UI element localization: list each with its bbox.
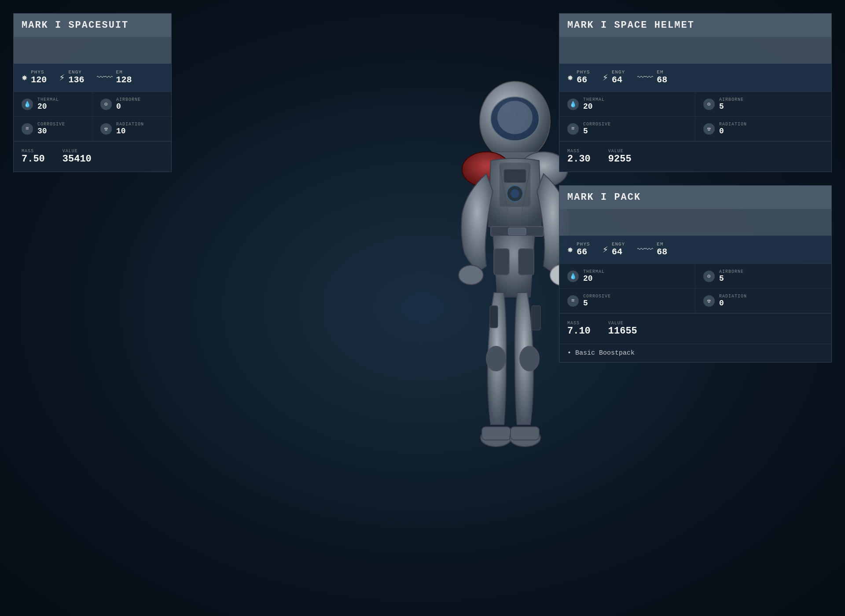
spacesuit-em-stat: 〰〰 EM 128 [97,70,132,85]
pack-secondary-stats: 💧 THERMAL 20 ⊖ AIRBORNE 5 ≡ [559,264,831,313]
right-panel: MARK I SPACE HELMET ✸ PHYS 66 ⚡ ENGY 64 [559,13,832,363]
spacesuit-mass: MASS 7.50 [22,149,45,165]
helmet-engy-stat: ⚡ ENGY 64 [603,70,625,85]
spacesuit-mass-value: MASS 7.50 VALUE 35410 [14,141,171,172]
pack-mass-value: MASS 7.10 VALUE 11655 [559,313,831,344]
helmet-secondary-stats: 💧 THERMAL 20 ⊖ AIRBORNE 5 ≡ [559,92,831,141]
spacesuit-primary-stats: ✸ PHYS 120 ⚡ ENGY 136 〰〰 EM [14,63,171,92]
engy-icon: ⚡ [59,72,65,84]
helmet-title: MARK I SPACE HELMET [559,14,831,37]
pack-image [559,209,831,235]
svg-rect-20 [482,427,511,440]
helmet-airborne-icon: ⊖ [703,99,715,110]
pack-phys-stat: ✸ PHYS 66 [567,242,590,257]
svg-point-11 [459,265,483,285]
spacesuit-engy-stat: ⚡ ENGY 136 [59,70,84,85]
svg-rect-22 [511,427,539,440]
spacesuit-radiation: ☢ RADIATION 10 [92,117,171,141]
radiation-icon: ☢ [100,123,112,135]
pack-primary-stats: ✸ PHYS 66 ⚡ ENGY 64 〰〰 EM [559,235,831,264]
pack-title: MARK I PACK [559,186,831,209]
thermal-icon: 💧 [22,99,33,110]
svg-point-17 [486,346,506,371]
pack-em-stat: 〰〰 EM 68 [637,242,667,257]
helmet-airborne: ⊖ AIRBORNE 5 [695,92,831,117]
svg-point-2 [497,101,533,134]
main-container: MARK I SPACESUIT ✸ PHYS 120 ⚡ ENGY 136 [0,0,845,616]
svg-rect-23 [500,163,530,207]
helmet-phys-icon: ✸ [567,72,573,84]
helmet-engy-icon: ⚡ [603,72,608,84]
helmet-phys-stat: ✸ PHYS 66 [567,70,590,85]
helmet-value: VALUE 9255 [608,149,632,165]
helmet-mass: MASS 2.30 [567,149,591,165]
helmet-em-stat: 〰〰 EM 68 [637,70,667,85]
spacesuit-corrosive: ≡ CORROSIVE 30 [14,117,92,141]
spacesuit-phys-stat: ✸ PHYS 120 [22,70,47,85]
helmet-radiation-icon: ☢ [703,123,715,135]
pack-value: VALUE 11655 [608,321,637,337]
em-icon: 〰〰 [97,73,113,82]
svg-rect-16 [518,249,534,275]
helmet-primary-stats: ✸ PHYS 66 ⚡ ENGY 64 〰〰 EM [559,63,831,92]
pack-radiation-icon: ☢ [703,295,715,307]
helmet-card: MARK I SPACE HELMET ✸ PHYS 66 ⚡ ENGY 64 [559,13,832,172]
svg-rect-15 [494,249,509,275]
pack-note: • Basic Boostpack [559,344,831,362]
corrosive-icon: ≡ [22,123,33,135]
spacesuit-thermal: 💧 THERMAL 20 [14,92,92,117]
helmet-corrosive: ≡ CORROSIVE 5 [559,117,695,141]
helmet-mass-value: MASS 2.30 VALUE 9255 [559,141,831,172]
pack-thermal-icon: 💧 [567,271,579,282]
pack-thermal: 💧 THERMAL 20 [559,264,695,289]
svg-rect-14 [508,228,526,235]
svg-point-18 [520,346,539,371]
pack-engy-icon: ⚡ [603,244,608,256]
pack-em-icon: 〰〰 [637,245,653,254]
helmet-em-icon: 〰〰 [637,73,653,82]
spacesuit-image [14,37,171,63]
spacesuit-card: MARK I SPACESUIT ✸ PHYS 120 ⚡ ENGY 136 [13,13,172,172]
left-panel: MARK I SPACESUIT ✸ PHYS 120 ⚡ ENGY 136 [0,0,185,616]
airborne-icon: ⊖ [100,99,112,110]
spacesuit-secondary-stats: 💧 THERMAL 20 ⊖ AIRBORNE 0 ≡ [14,92,171,141]
helmet-image [559,37,831,63]
pack-phys-icon: ✸ [567,244,573,256]
pack-radiation: ☢ RADIATION 0 [695,289,831,313]
pack-airborne-icon: ⊖ [703,271,715,282]
spacesuit-value: VALUE 35410 [62,149,92,165]
helmet-thermal: 💧 THERMAL 20 [559,92,695,117]
pack-card: MARK I PACK ✸ PHYS 66 ⚡ ENGY 64 [559,185,832,363]
spacesuit-airborne: ⊖ AIRBORNE 0 [92,92,171,117]
pack-corrosive-icon: ≡ [567,295,579,307]
phys-icon: ✸ [22,72,27,84]
pack-mass: MASS 7.10 [567,321,591,337]
helmet-thermal-icon: 💧 [567,99,579,110]
helmet-radiation: ☢ RADIATION 0 [695,117,831,141]
pack-airborne: ⊖ AIRBORNE 5 [695,264,831,289]
pack-corrosive: ≡ CORROSIVE 5 [559,289,695,313]
svg-rect-25 [490,306,498,328]
svg-rect-24 [532,306,540,330]
helmet-corrosive-icon: ≡ [567,123,579,135]
pack-engy-stat: ⚡ ENGY 64 [603,242,625,257]
spacesuit-title: MARK I SPACESUIT [14,14,171,37]
